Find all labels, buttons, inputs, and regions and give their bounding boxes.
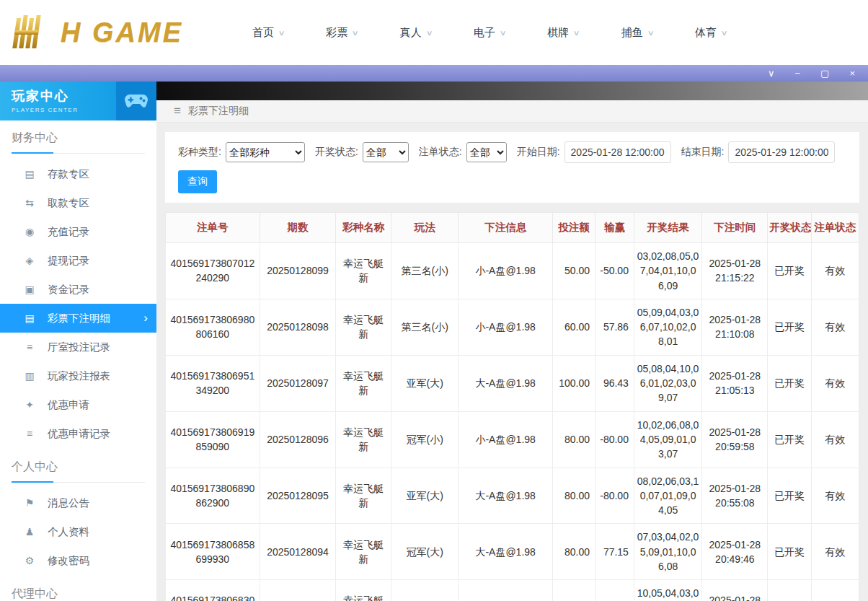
table-cell: 401569173806919859090 — [166, 411, 260, 468]
column-header: 下注时间 — [702, 213, 768, 243]
sidebar-item[interactable]: ✦优惠申请 — [0, 390, 156, 419]
table-cell: 大-A盘@1.98 — [459, 355, 553, 411]
end-date-input[interactable] — [728, 141, 835, 163]
table-cell: 亚军(大) — [391, 355, 459, 411]
sidebar-item[interactable]: ≡优惠申请记录 — [0, 419, 156, 448]
table-cell: 2025-01-28 20:59:58 — [702, 411, 768, 468]
chevron-right-icon: › — [143, 311, 148, 325]
table-cell: 大-A盘@1.98 — [459, 468, 553, 524]
nav-item-label: 捕鱼 — [621, 26, 643, 40]
sidebar-item[interactable]: ▥玩家投注报表 — [0, 361, 156, 390]
filter-panel: 彩种类型: 全部彩种 开奖状态: 全部 注单状态: 全部 开始日期: 结束日期:… — [165, 132, 859, 203]
sidebar-item[interactable]: ◈提现记录 — [0, 246, 156, 275]
chevron-down-icon: ∨ — [647, 29, 654, 37]
withdraw-icon: ⇆ — [23, 197, 36, 209]
table-cell: 08,02,06,03,10,07,01,09,04,05 — [634, 468, 701, 524]
table-cell: 2025-01-28 20:49:46 — [702, 524, 768, 580]
logo[interactable]: H GAME — [10, 14, 226, 51]
nav-item[interactable]: 电子∨ — [474, 26, 505, 40]
table-cell: 401569173807012240290 — [166, 243, 260, 299]
order-status-select[interactable]: 全部 — [466, 142, 507, 162]
table-cell: 有效 — [811, 411, 859, 468]
table-cell: 401569173806858699930 — [166, 524, 260, 580]
table-cell: 已开奖 — [768, 411, 811, 468]
promo-apply-icon: ✦ — [23, 399, 36, 411]
nav-item-label: 真人 — [400, 26, 422, 40]
start-date-input[interactable] — [564, 141, 671, 163]
bet-table-card: 注单号期数彩种名称玩法下注信息投注额输赢开奖结果下注时间开奖状态注单状态 401… — [165, 212, 859, 601]
table-cell: 小-A盘@1.98 — [459, 243, 553, 299]
close-button[interactable]: × — [849, 69, 855, 78]
table-cell: 401569173806980806160 — [166, 299, 260, 355]
sidebar-item[interactable]: ⚑消息公告 — [0, 488, 156, 517]
table-cell: 20250128096 — [260, 411, 336, 468]
sidebar-item[interactable]: ♟个人资料 — [0, 517, 156, 546]
sidebar-item-label: 充值记录 — [48, 225, 89, 239]
draw-status-select[interactable]: 全部 — [363, 142, 409, 162]
table-row: 40156917380685869993020250128094幸运飞艇新冠军(… — [166, 524, 859, 580]
nav-item-label: 彩票 — [326, 26, 347, 40]
maximize-button[interactable]: ▢ — [820, 69, 829, 78]
nav-item[interactable]: 彩票∨ — [326, 26, 358, 40]
table-cell: 80.00 — [552, 468, 595, 524]
promo-apply-record-icon: ≡ — [23, 428, 36, 439]
filter-row: 彩种类型: 全部彩种 开奖状态: 全部 注单状态: 全部 开始日期: 结束日期: — [178, 141, 846, 163]
dropdown-button[interactable]: ∨ — [768, 69, 775, 78]
sidebar-item-label: 取款专区 — [48, 196, 89, 210]
nav-item[interactable]: 捕鱼∨ — [621, 26, 653, 40]
lottery-type-select[interactable]: 全部彩种 — [226, 142, 305, 162]
sidebar-item[interactable]: ⇆取款专区 — [0, 188, 156, 217]
nav-item[interactable]: 真人∨ — [400, 26, 432, 40]
column-header: 注单号 — [166, 213, 260, 243]
table-cell: 96.43 — [595, 355, 634, 411]
nav-item[interactable]: 首页∨ — [252, 26, 284, 40]
sidebar-section-menu: ▤存款专区⇆取款专区◉充值记录◈提现记录▣资金记录▤彩票下注明细›≡厅室投注记录… — [0, 154, 156, 449]
minimize-button[interactable]: − — [795, 69, 801, 78]
nav-item[interactable]: 棋牌∨ — [547, 26, 579, 40]
sidebar-item[interactable]: ≡厅室投注记录 — [0, 333, 156, 361]
column-header: 开奖结果 — [634, 213, 701, 243]
table-cell: 冠军(小) — [391, 411, 459, 468]
nav-item[interactable]: 体育∨ — [695, 26, 727, 40]
table-cell: 77.15 — [595, 580, 634, 601]
table-cell: 小-A盘@1.98 — [459, 411, 553, 468]
table-cell: 05,08,04,10,06,01,02,03,09,07 — [634, 355, 701, 411]
sidebar-item[interactable]: ▣资金记录 — [0, 275, 156, 304]
chevron-down-icon: ∨ — [425, 29, 433, 37]
sidebar-item[interactable]: ⚙修改密码 — [0, 546, 156, 575]
page-title: 彩票下注明细 — [188, 105, 249, 118]
table-cell: 亚军(大) — [391, 468, 459, 524]
lottery-bet-detail-icon: ▤ — [23, 312, 36, 324]
sidebar-item-label: 厅室投注记录 — [48, 341, 110, 354]
menu-toggle-icon[interactable]: ≡ — [174, 104, 181, 118]
recharge-record-icon: ◉ — [23, 226, 36, 237]
funds-record-icon: ▣ — [23, 284, 36, 295]
table-cell: 已开奖 — [768, 580, 811, 601]
table-cell: 80.00 — [552, 411, 595, 468]
sidebar-item[interactable]: ▤彩票下注明细› — [0, 304, 156, 333]
column-header: 期数 — [260, 213, 336, 243]
table-cell: 第三名(小) — [391, 243, 459, 299]
table-cell: 有效 — [811, 580, 859, 601]
table-cell: -80.00 — [595, 468, 634, 524]
sidebar-item-label: 个人资料 — [48, 525, 89, 539]
chevron-down-icon: ∨ — [500, 29, 507, 37]
table-cell: 10,05,04,03,07,09,06,01,02,08 — [634, 580, 701, 601]
table-cell: 已开奖 — [768, 468, 811, 524]
end-date-label: 结束日期: — [681, 146, 725, 159]
chevron-down-icon: ∨ — [721, 29, 728, 37]
table-cell: 有效 — [811, 524, 859, 580]
column-header: 输赢 — [595, 213, 634, 243]
search-button[interactable]: 查询 — [178, 170, 217, 193]
start-date-label: 开始日期: — [517, 146, 560, 159]
table-cell: 大-A盘@1.98 — [459, 524, 553, 580]
lottery-type-label: 彩种类型: — [178, 146, 221, 159]
table-cell: 57.86 — [595, 299, 634, 355]
sidebar-item-label: 提现记录 — [48, 254, 89, 268]
sidebar-header: 玩家中心 PLAYERS CENTER — [0, 82, 156, 120]
table-row: 40156917380698080616020250128098幸运飞艇新第三名… — [166, 299, 859, 355]
table-cell: 20250128094 — [260, 524, 336, 580]
sidebar-item[interactable]: ◉充值记录 — [0, 217, 156, 246]
table-cell: 20250128093 — [260, 580, 336, 601]
sidebar-item[interactable]: ▤存款专区 — [0, 159, 156, 188]
